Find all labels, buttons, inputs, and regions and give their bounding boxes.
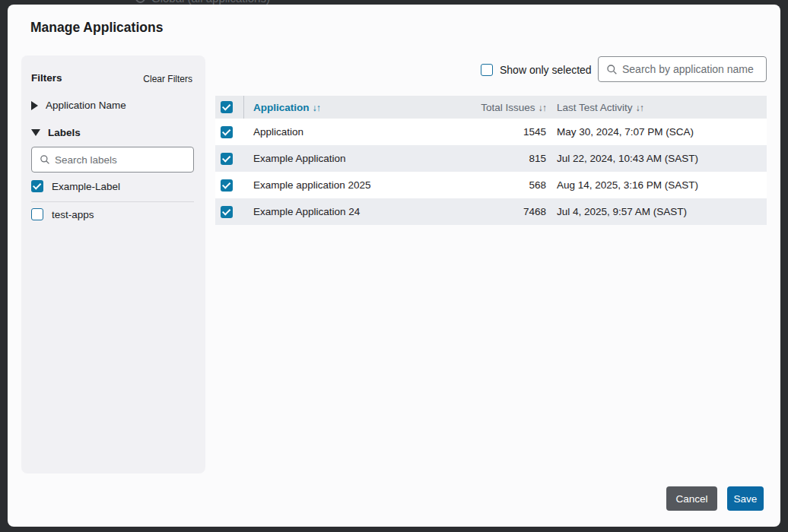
total-issues-value: 1545: [473, 126, 557, 138]
sort-icon: ↓↑: [313, 103, 321, 113]
total-issues-value: 7468: [473, 206, 557, 217]
show-only-selected-label: Show only selected: [500, 64, 592, 76]
sort-icon: ↓↑: [636, 103, 644, 113]
table-row[interactable]: Application 1545 May 30, 2024, 7:07 PM (…: [215, 119, 767, 145]
cancel-button[interactable]: Cancel: [666, 486, 717, 511]
show-only-selected-toggle[interactable]: Show only selected: [481, 64, 592, 76]
clear-filters-button[interactable]: Clear Filters: [143, 74, 192, 84]
select-all-checkbox[interactable]: [221, 101, 233, 113]
application-name: Example Application: [244, 153, 473, 164]
filter-section-labels[interactable]: Labels: [31, 127, 81, 138]
row-select-cell: [215, 172, 244, 198]
page-title: Manage Applications: [30, 20, 163, 36]
labels-search-input[interactable]: [55, 154, 193, 166]
table-row[interactable]: Example application 2025 568 Aug 14, 202…: [215, 172, 767, 198]
checkbox-unchecked-icon[interactable]: [481, 64, 493, 76]
last-test-activity-value: Jul 4, 2025, 9:57 AM (SAST): [557, 206, 767, 217]
last-test-activity-value: Jul 22, 2024, 10:43 AM (SAST): [557, 153, 767, 164]
last-test-activity-value: Aug 14, 2025, 3:16 PM (SAST): [557, 179, 767, 191]
global-radio-icon: [135, 0, 145, 3]
chevron-right-icon: [31, 101, 38, 110]
application-name: Application: [244, 126, 473, 138]
row-checkbox[interactable]: [221, 153, 233, 165]
checkbox-checked-icon[interactable]: [31, 180, 43, 192]
label-option-test-apps[interactable]: test-apps: [31, 208, 94, 220]
labels-search-box: [31, 147, 194, 173]
label-option-text: test-apps: [52, 209, 94, 220]
table-row[interactable]: Example Application 24 7468 Jul 4, 2025,…: [215, 198, 767, 225]
sort-icon: ↓↑: [539, 103, 547, 113]
column-header-last-test-activity[interactable]: Last Test Activity↓↑: [557, 102, 767, 113]
filter-section-label: Labels: [48, 127, 81, 138]
row-checkbox[interactable]: [221, 179, 233, 192]
row-checkbox[interactable]: [221, 126, 233, 138]
row-select-cell: [215, 119, 244, 145]
row-select-cell: [215, 198, 244, 225]
label-option-text: Example-Label: [52, 181, 120, 192]
total-issues-value: 568: [473, 179, 557, 191]
row-select-cell: [215, 145, 244, 172]
last-test-activity-value: May 30, 2024, 7:07 PM (SCA): [557, 126, 767, 138]
column-header-total-issues[interactable]: Total Issues↓↑: [473, 102, 557, 113]
search-icon: [40, 154, 50, 165]
chevron-down-icon: [31, 129, 40, 136]
filter-section-label: Application Name: [46, 100, 126, 111]
filter-section-application-name[interactable]: Application Name: [31, 100, 126, 111]
column-header-application[interactable]: Application↓↑: [244, 102, 473, 113]
filters-heading: Filters: [31, 72, 62, 84]
application-name: Example Application 24: [244, 206, 473, 217]
application-name: Example application 2025: [244, 179, 473, 191]
label-option-example-label[interactable]: Example-Label: [31, 180, 120, 192]
manage-applications-dialog: Manage Applications Filters Clear Filter…: [8, 5, 780, 527]
filters-panel: Filters Clear Filters Application Name L…: [21, 55, 205, 473]
applications-table: Application↓↑ Total Issues↓↑ Last Test A…: [215, 96, 767, 225]
application-search-input[interactable]: [622, 63, 766, 75]
table-header-row: Application↓↑ Total Issues↓↑ Last Test A…: [215, 96, 767, 119]
select-all-cell: [215, 96, 244, 119]
total-issues-value: 815: [473, 153, 557, 164]
application-search-box: [598, 56, 767, 82]
divider: [31, 201, 194, 202]
save-button[interactable]: Save: [727, 486, 764, 511]
checkbox-unchecked-icon[interactable]: [31, 208, 43, 220]
row-checkbox[interactable]: [221, 206, 233, 218]
table-row[interactable]: Example Application 815 Jul 22, 2024, 10…: [215, 145, 767, 172]
search-icon: [606, 64, 618, 75]
